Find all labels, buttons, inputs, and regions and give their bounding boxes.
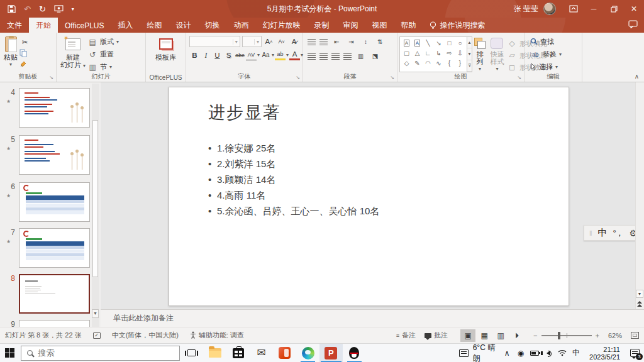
ime-toolbar[interactable]: ‖ 中 °， ⚙ [584,225,643,241]
reset-button[interactable]: ↺重置 [87,49,119,60]
slide-5-item[interactable]: 5 ★ [0,135,92,175]
tab-home[interactable]: 开始 [29,18,58,33]
font-color-button[interactable]: A [289,50,300,60]
font-name-combobox[interactable]: ▾ [189,36,240,47]
slide-9-item[interactable]: 9 ★ [0,320,92,327]
zoom-slider-thumb[interactable] [558,332,560,339]
microsoft-store-button[interactable] [226,344,250,362]
undo-icon[interactable]: ↶ [24,4,31,14]
collapse-ribbon-icon[interactable]: ∧ [635,73,639,80]
save-icon[interactable] [8,5,16,13]
section-button[interactable]: ▥节▾ [87,62,119,72]
shapes-scroll-down-icon[interactable]: ▼ [467,48,472,60]
zoom-slider[interactable] [541,335,592,336]
ime-tray-indicator[interactable]: 中 [569,344,583,362]
shapes-scroll-up-icon[interactable]: ▲ [467,37,472,48]
notes-placeholder[interactable]: 单击此处添加备注 [113,313,174,324]
underline-button[interactable]: U [212,50,223,60]
wifi-icon[interactable] [555,344,569,362]
mail-button[interactable]: ✉ [250,344,273,362]
italic-button[interactable]: I [201,50,211,60]
arrange-button[interactable]: 排列 ▾ [472,36,487,72]
layout-button[interactable]: ▤版式▾ [87,36,119,47]
paste-button[interactable]: 粘贴 ▾ [2,35,19,72]
align-right-icon[interactable] [331,53,340,60]
tab-design[interactable]: 设计 [169,18,197,33]
zoom-out-icon[interactable]: − [533,332,537,339]
copy-icon[interactable] [19,49,30,58]
tab-officeplus[interactable]: OfficePLUS [58,18,111,33]
select-button[interactable]: 选择▾ [530,62,562,72]
animation-star-icon[interactable]: ★ [6,146,11,151]
font-dialog-launcher-icon[interactable]: ↘ [295,75,301,80]
slide-title[interactable]: 进步显著 [208,101,281,124]
template-library-button[interactable]: 模板库 [153,35,178,72]
cut-icon[interactable]: ✂ [19,36,30,47]
clear-formatting-icon[interactable]: A̷ [289,36,299,47]
slide-6-item[interactable]: 6 ★ [0,182,92,222]
language-indicator[interactable]: 中文(简体，中国大陆) [112,331,179,340]
close-button[interactable]: ✕ [624,0,644,18]
avatar[interactable] [543,3,556,15]
slide-sorter-view-icon[interactable]: ▦ [477,329,492,342]
slide-9-thumbnail[interactable] [19,320,90,327]
record-icon[interactable] [54,5,64,13]
accessibility-indicator[interactable]: 辅助功能: 调查 [190,331,244,340]
decrease-indent-icon[interactable]: ⇤ [331,36,342,47]
qq-button[interactable] [343,344,366,362]
zoom-in-icon[interactable]: + [596,332,599,339]
powerpoint-taskbar-button[interactable]: P [319,344,343,362]
replace-button[interactable]: ab̲替换▾ [530,49,562,60]
vertical-scrollbar[interactable] [635,82,644,309]
align-center-icon[interactable] [319,53,328,60]
grow-font-icon[interactable]: A˄ [264,36,274,47]
ime-drag-handle[interactable]: ‖ [589,229,592,237]
font-size-combobox[interactable]: ▾ [242,36,262,47]
previous-slide-button[interactable] [636,300,643,308]
redo-icon[interactable]: ↻ [39,4,46,14]
restore-button[interactable] [604,0,624,18]
slide-number-indicator[interactable]: 幻灯片 第 8 张，共 22 张 [5,331,82,340]
user-name[interactable]: 张 莹莹 [514,4,538,14]
qat-customize-icon[interactable]: ▾ [72,6,74,12]
slideshow-view-icon[interactable]: ⏵ [509,329,525,342]
new-slide-button[interactable]: 新建 幻灯片 ▾ [58,35,87,72]
format-painter-icon[interactable] [19,60,30,69]
text-direction-icon[interactable]: ⇅ [375,36,386,47]
ribbon-display-options-icon[interactable] [564,0,584,18]
numbering-icon[interactable] [319,39,328,45]
thumbnail-scrollbar-thumb[interactable] [92,120,98,277]
minimize-button[interactable]: ─ [584,0,604,18]
tab-draw[interactable]: 绘图 [140,18,169,33]
tab-view[interactable]: 视图 [365,18,394,33]
quick-styles-button[interactable]: 快速样式 ▾ [487,36,507,72]
thumbnail-scrollbar[interactable]: ▼ [92,84,99,327]
highlight-color-button[interactable]: ab [275,50,286,60]
slide-7-item[interactable]: 7 ★ [0,228,92,268]
spell-check-indicator[interactable]: ✓ [93,332,101,339]
tab-slideshow[interactable]: 幻灯片放映 [255,18,307,33]
bullets-icon[interactable] [308,39,316,45]
normal-view-icon[interactable]: ▣ [460,329,475,342]
bold-button[interactable]: B [189,50,200,60]
slide-8-thumbnail-selected[interactable] [19,274,90,314]
file-explorer-button[interactable] [203,344,226,362]
volume-icon[interactable] [541,344,555,362]
hidden-icons-chevron[interactable]: ∧ [500,344,514,362]
slide-canvas[interactable]: 进步显著 •1.徐安娜 25名 •2.刘紫洋 15名 •3.顾颖洁 14名 •4… [169,87,569,306]
clock[interactable]: 21:11 2023/5/21 [583,346,625,361]
shrink-font-icon[interactable]: A˅ [276,36,287,47]
drawing-dialog-launcher-icon[interactable]: ↘ [516,75,522,80]
tray-record-icon[interactable]: ◉ [514,344,528,362]
shapes-more-icon[interactable]: ⊽ [467,60,472,72]
taskbar-search-box[interactable] [21,346,180,361]
tab-animations[interactable]: 动画 [226,18,255,33]
increase-indent-icon[interactable]: ⇥ [346,36,357,47]
fit-slide-to-window-icon[interactable] [631,332,639,339]
task-view-button[interactable] [180,344,203,362]
find-button[interactable]: 查找 [530,36,562,47]
battery-icon[interactable] [528,344,541,362]
align-left-icon[interactable] [308,53,316,60]
text-shadow-button[interactable]: S [223,50,234,60]
slide-7-thumbnail[interactable] [19,228,90,268]
